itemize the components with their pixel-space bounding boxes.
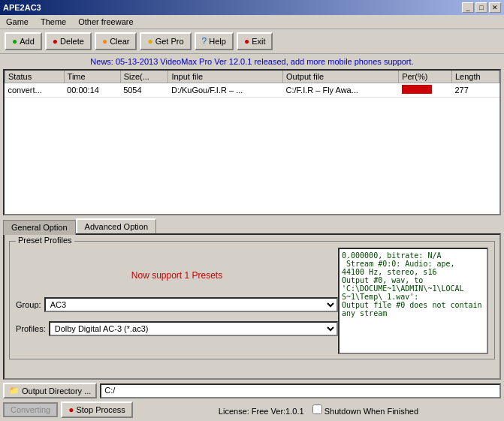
preset-profiles-group: Preset Profiles Now support 1 Presets Gr… — [9, 241, 495, 359]
window-controls: _ □ ✕ — [462, 2, 501, 13]
menu-game[interactable]: Game — [3, 17, 32, 27]
group-legend: Preset Profiles — [16, 236, 74, 245]
menu-theme[interactable]: Theme — [38, 17, 69, 27]
license-text: License: Free Ver:1.0.1 Shutdown When Fi… — [136, 404, 501, 416]
tab-general-option[interactable]: General Option — [3, 220, 76, 235]
cell-per — [399, 83, 452, 98]
progress-bar — [402, 85, 432, 94]
col-status[interactable]: Status — [5, 71, 65, 83]
help-label: Help — [209, 37, 226, 46]
cell-time: 00:00:14 — [64, 83, 120, 98]
tab-advanced-option[interactable]: Advanced Option — [76, 218, 156, 233]
window-title: APE2AC3 — [3, 3, 41, 12]
file-table-container: Status Time Size(... Input file Output f… — [3, 69, 501, 215]
group-label: Group: — [16, 300, 41, 309]
converting-label: Converting — [11, 405, 50, 414]
delete-button[interactable]: ● Delete — [45, 32, 92, 50]
toolbar: ● Add ● Delete ● Clear ● Get Pro ? Help … — [0, 29, 504, 54]
clear-button[interactable]: ● Clear — [95, 32, 137, 50]
log-text: 0.000000, bitrate: N/A Stream #0:0: Audi… — [342, 251, 484, 317]
cell-output: C:/F.I.R – Fly Awa... — [283, 83, 399, 98]
col-size[interactable]: Size(... — [120, 71, 168, 83]
log-panel: 0.000000, bitrate: N/A Stream #0:0: Audi… — [338, 248, 488, 354]
status-bar: Converting ● Stop Process License: Free … — [3, 401, 501, 418]
close-button[interactable]: ✕ — [489, 2, 501, 13]
clear-label: Clear — [110, 37, 129, 46]
menu-other-freeware[interactable]: Other freeware — [75, 17, 136, 27]
stop-process-button[interactable]: ● Stop Process — [61, 401, 133, 418]
col-length[interactable]: Length — [451, 71, 499, 83]
get-pro-icon: ● — [147, 36, 152, 47]
options-panel: Preset Profiles Now support 1 Presets Gr… — [3, 233, 501, 380]
output-dir-path[interactable]: C:/ — [100, 383, 501, 398]
minimize-button[interactable]: _ — [462, 2, 474, 13]
clear-icon: ● — [102, 36, 107, 47]
exit-button[interactable]: ● Exit — [237, 32, 273, 50]
add-icon: ● — [12, 36, 17, 47]
col-per[interactable]: Per(%) — [399, 71, 452, 83]
stop-icon: ● — [68, 404, 74, 415]
shutdown-checkbox[interactable] — [312, 404, 322, 414]
profiles-label: Profiles: — [16, 324, 46, 333]
news-bar: News: 05-13-2013 VideoMax Pro Ver 12.0.1… — [0, 54, 504, 69]
group-select[interactable]: AC3 — [44, 297, 338, 312]
folder-icon: 📁 — [9, 386, 20, 395]
group-field-row: Group: AC3 — [16, 297, 338, 312]
profiles-select[interactable]: Dolby Digital AC-3 (*.ac3) — [49, 321, 338, 336]
add-label: Add — [20, 37, 35, 46]
shutdown-label: Shutdown When Finished — [324, 407, 418, 416]
exit-icon: ● — [244, 36, 249, 47]
output-dir-button[interactable]: 📁 Output Directory ... — [3, 383, 97, 398]
profiles-field-row: Profiles: Dolby Digital AC-3 (*.ac3) — [16, 321, 338, 336]
cell-size: 5054 — [120, 83, 168, 98]
title-bar: APE2AC3 _ □ ✕ — [0, 0, 504, 15]
output-dir-bar: 📁 Output Directory ... C:/ — [3, 383, 501, 398]
help-button[interactable]: ? Help — [195, 32, 234, 50]
menu-bar: Game Theme Other freeware — [0, 15, 504, 29]
preset-left: Now support 1 Presets Group: AC3 Profile… — [16, 245, 338, 354]
delete-icon: ● — [53, 36, 58, 47]
output-dir-label: Output Directory ... — [22, 386, 91, 395]
cell-length: 277 — [451, 83, 499, 98]
support-text: Now support 1 Presets — [16, 270, 338, 281]
help-icon: ? — [202, 36, 207, 47]
table-row[interactable]: convert... 00:00:14 5054 D:/KuGou/F.I.R … — [5, 83, 499, 98]
col-output[interactable]: Output file — [283, 71, 399, 83]
file-table: Status Time Size(... Input file Output f… — [5, 71, 499, 98]
tabs: General Option Advanced Option — [3, 218, 501, 233]
add-button[interactable]: ● Add — [5, 32, 42, 50]
exit-label: Exit — [252, 37, 265, 46]
maximize-button[interactable]: □ — [475, 2, 487, 13]
get-pro-button[interactable]: ● Get Pro — [140, 32, 191, 50]
col-time[interactable]: Time — [64, 71, 120, 83]
stop-label: Stop Process — [76, 405, 125, 414]
cell-status: convert... — [5, 83, 65, 98]
get-pro-label: Get Pro — [155, 37, 184, 46]
col-input[interactable]: Input file — [168, 71, 283, 83]
delete-label: Delete — [60, 37, 84, 46]
news-text[interactable]: News: 05-13-2013 VideoMax Pro Ver 12.0.1… — [90, 57, 413, 66]
cell-input: D:/KuGou/F.I.R – ... — [168, 83, 283, 98]
converting-button: Converting — [3, 402, 58, 417]
